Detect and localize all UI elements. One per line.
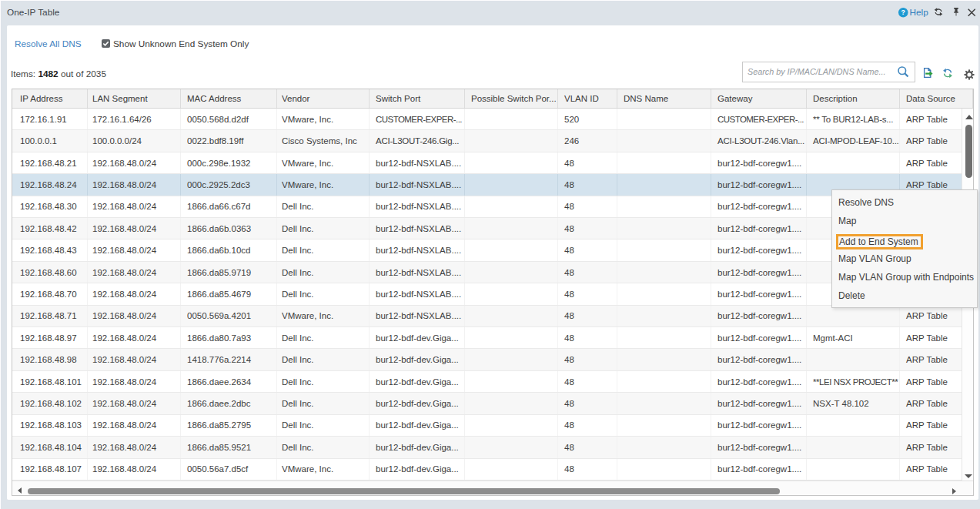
svg-text:?: ?	[901, 8, 905, 16]
